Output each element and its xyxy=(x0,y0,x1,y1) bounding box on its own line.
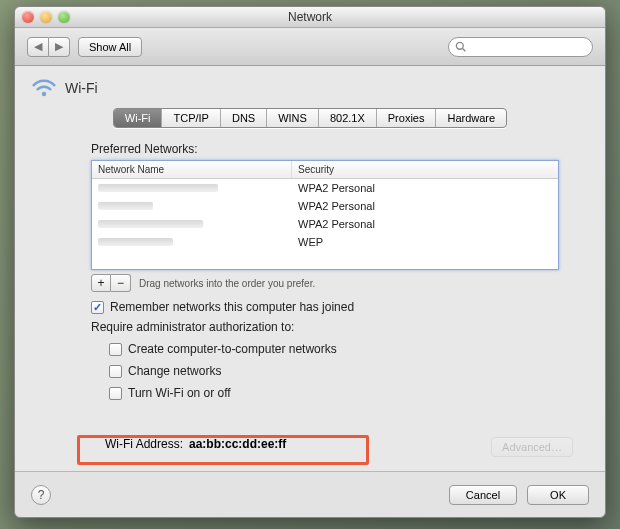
security-cell: WEP xyxy=(292,236,558,248)
svg-line-1 xyxy=(463,49,466,52)
network-name-redacted xyxy=(98,184,218,192)
tab-tcpip[interactable]: TCP/IP xyxy=(162,109,220,127)
col-security[interactable]: Security xyxy=(292,161,558,178)
tab-wins[interactable]: WINS xyxy=(267,109,319,127)
panel-title: Wi-Fi xyxy=(65,80,98,96)
remember-checkbox[interactable] xyxy=(91,301,104,314)
titlebar[interactable]: Network xyxy=(15,7,605,28)
preferred-networks-label: Preferred Networks: xyxy=(91,142,559,156)
network-name-redacted xyxy=(98,202,153,210)
security-cell: WPA2 Personal xyxy=(292,182,558,194)
network-name-redacted xyxy=(98,220,203,228)
admin-create-label: Create computer-to-computer networks xyxy=(128,342,337,356)
zoom-icon[interactable] xyxy=(58,11,70,23)
table-row[interactable]: WPA2 Personal xyxy=(92,215,558,233)
admin-toggle-wifi-label: Turn Wi-Fi on or off xyxy=(128,386,231,400)
traffic-lights xyxy=(22,11,70,23)
tab-dns[interactable]: DNS xyxy=(221,109,267,127)
annotation-highlight xyxy=(77,435,369,465)
admin-toggle-wifi-checkbox[interactable] xyxy=(109,387,122,400)
remember-label: Remember networks this computer has join… xyxy=(110,300,354,314)
table-header: Network Name Security xyxy=(92,161,558,179)
table-row[interactable]: WPA2 Personal xyxy=(92,179,558,197)
col-network-name[interactable]: Network Name xyxy=(92,161,292,178)
network-name-redacted xyxy=(98,238,173,246)
forward-button[interactable]: ▶ xyxy=(49,37,70,57)
add-network-button[interactable]: + xyxy=(91,274,111,292)
search-field[interactable] xyxy=(448,37,593,57)
admin-create-checkbox[interactable] xyxy=(109,343,122,356)
require-admin-label: Require administrator authorization to: xyxy=(91,320,559,334)
network-preferences-window: Network ◀ ▶ Show All Wi-Fi Wi-Fi TCP/IP … xyxy=(14,6,606,518)
bottom-bar: ? Cancel OK xyxy=(15,471,605,517)
search-input[interactable] xyxy=(470,40,586,54)
svg-point-0 xyxy=(456,42,463,49)
remove-network-button[interactable]: − xyxy=(111,274,131,292)
cancel-button[interactable]: Cancel xyxy=(449,485,517,505)
tab-proxies[interactable]: Proxies xyxy=(377,109,437,127)
toolbar: ◀ ▶ Show All xyxy=(15,28,605,66)
tabs: Wi-Fi TCP/IP DNS WINS 802.1X Proxies Har… xyxy=(113,108,507,128)
back-button[interactable]: ◀ xyxy=(27,37,49,57)
tab-8021x[interactable]: 802.1X xyxy=(319,109,377,127)
window-title: Network xyxy=(288,10,332,24)
admin-change-label: Change networks xyxy=(128,364,221,378)
security-cell: WPA2 Personal xyxy=(292,200,558,212)
close-icon[interactable] xyxy=(22,11,34,23)
wifi-icon xyxy=(31,78,57,98)
panel-header: Wi-Fi xyxy=(31,78,589,98)
security-cell: WPA2 Personal xyxy=(292,218,558,230)
minimize-icon[interactable] xyxy=(40,11,52,23)
ok-button[interactable]: OK xyxy=(527,485,589,505)
content: Preferred Networks: Network Name Securit… xyxy=(31,142,589,400)
nav-buttons: ◀ ▶ xyxy=(27,37,70,57)
advanced-button-background: Advanced… xyxy=(491,437,573,457)
svg-point-2 xyxy=(42,92,46,96)
table-row[interactable]: WEP xyxy=(92,233,558,251)
show-all-button[interactable]: Show All xyxy=(78,37,142,57)
search-icon xyxy=(455,41,466,52)
tab-hardware[interactable]: Hardware xyxy=(436,109,506,127)
tab-bar: Wi-Fi TCP/IP DNS WINS 802.1X Proxies Har… xyxy=(31,108,589,128)
table-controls: + − Drag networks into the order you pre… xyxy=(91,274,559,292)
remember-row: Remember networks this computer has join… xyxy=(91,300,559,314)
table-row[interactable]: WPA2 Personal xyxy=(92,197,558,215)
help-button[interactable]: ? xyxy=(31,485,51,505)
preferred-networks-table[interactable]: Network Name Security WPA2 Personal WPA2… xyxy=(91,160,559,270)
admin-change-checkbox[interactable] xyxy=(109,365,122,378)
drag-hint: Drag networks into the order you prefer. xyxy=(139,278,315,289)
tab-wifi[interactable]: Wi-Fi xyxy=(114,109,163,127)
body: Wi-Fi Wi-Fi TCP/IP DNS WINS 802.1X Proxi… xyxy=(15,66,605,517)
